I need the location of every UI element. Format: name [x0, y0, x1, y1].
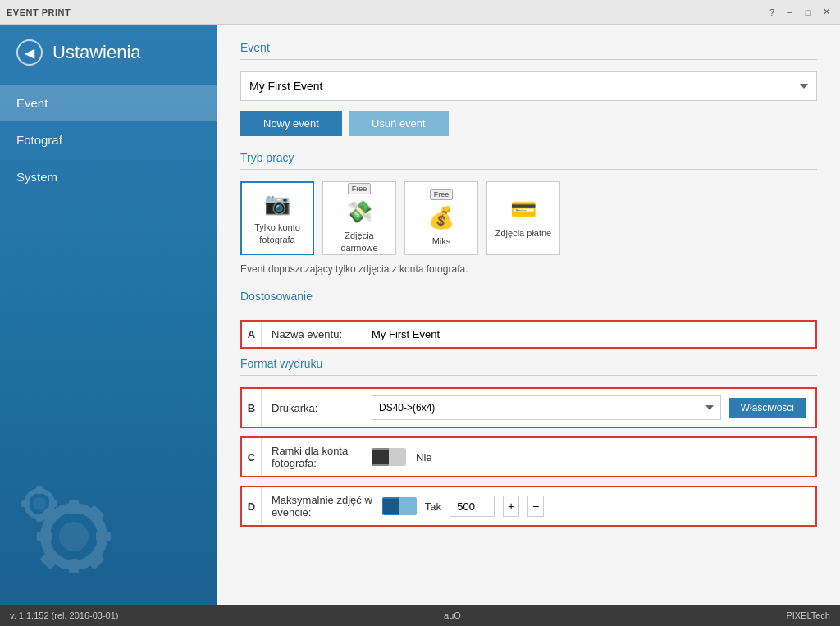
max-photos-toggle[interactable]	[382, 497, 417, 515]
ramki-status: Nie	[416, 451, 432, 464]
svg-rect-4	[37, 532, 52, 541]
gear-decoration	[16, 479, 115, 580]
sidebar-item-system[interactable]: System	[0, 158, 217, 195]
decrement-button[interactable]: −	[527, 496, 544, 517]
content-area: Event My First Event Nowy event Usuń eve…	[217, 25, 840, 605]
svg-rect-2	[69, 500, 79, 514]
tryb-platne[interactable]: 💳 Zdjęcia płatne	[486, 181, 560, 255]
event-dropdown[interactable]: My First Event	[240, 71, 817, 101]
back-button[interactable]: ◀	[16, 39, 43, 66]
svg-rect-5	[96, 532, 111, 541]
tryb-darmowe-label: Zdjęciadarmowe	[340, 230, 377, 254]
tryb-section: Tryb pracy 📷 Tylko kontofotografa Free 💸…	[240, 151, 817, 275]
minimize-button[interactable]: −	[783, 5, 797, 20]
event-section: Event My First Event Nowy event Usuń eve…	[240, 41, 817, 136]
row-c-content: Ramki dla kontafotografa: Nie	[262, 438, 815, 476]
svg-rect-3	[69, 559, 79, 573]
row-d: D Maksymalnie zdjęć wevencie: Tak + −	[240, 486, 817, 527]
nazwa-eventu-input[interactable]	[372, 328, 806, 340]
row-a: A Nazwa eventu:	[240, 320, 817, 349]
tryb-label: Tryb pracy	[240, 151, 817, 164]
max-photos-status: Tak	[425, 500, 441, 513]
drukarka-label: Drukarka:	[272, 402, 362, 414]
titlebar: EVENT PRINT ? − □ ✕	[0, 0, 840, 25]
event-buttons: Nowy event Usuń event	[240, 111, 817, 136]
ramki-toggle[interactable]	[372, 448, 406, 466]
tryb-platne-label: Zdjęcia płatne	[495, 227, 552, 239]
tryb-description: Event dopuszczający tylko zdjęcia z kont…	[240, 263, 817, 275]
event-divider	[240, 59, 817, 60]
row-d-content: Maksymalnie zdjęć wevencie: Tak + −	[262, 487, 815, 525]
format-section: Format wydruku B Drukarka: DS40->(6x4) W…	[240, 357, 817, 527]
event-section-label: Event	[240, 41, 817, 54]
center-label: auO	[444, 610, 461, 620]
tryb-tylko-konto[interactable]: 📷 Tylko kontofotografa	[240, 181, 314, 255]
tryb-grid: 📷 Tylko kontofotografa Free 💸 Zdjęciadar…	[240, 181, 817, 255]
dostosowanie-divider	[240, 308, 817, 308]
row-c: C Ramki dla kontafotografa: Nie	[240, 436, 817, 477]
sidebar-nav: Event Fotograf System	[0, 85, 217, 195]
sidebar-title: Ustawienia	[52, 42, 141, 63]
dostosowanie-section: Dostosowanie A Nazwa eventu:	[240, 290, 817, 349]
brand-label: PIXELTech	[786, 610, 830, 620]
sidebar: ◀ Ustawienia Event Fotograf System	[0, 25, 217, 605]
window-controls: ? − □ ✕	[765, 5, 833, 20]
tryb-divider	[240, 169, 817, 170]
toggle-knob-c	[372, 450, 389, 464]
main-layout: ◀ Ustawienia Event Fotograf System	[0, 25, 840, 605]
back-icon: ◀	[25, 45, 34, 61]
row-a-content: Nazwa eventu:	[262, 322, 815, 347]
row-d-letter: D	[242, 487, 262, 525]
row-c-letter: C	[242, 438, 262, 476]
svg-point-11	[33, 497, 46, 510]
statusbar: v. 1.1.152 (rel. 2016-03-01) auO PIXELTe…	[0, 605, 840, 626]
sidebar-item-system-label: System	[16, 170, 57, 184]
row-b: B Drukarka: DS40->(6x4) Właściwości	[240, 387, 817, 428]
help-button[interactable]: ?	[765, 5, 779, 20]
svg-point-1	[59, 522, 89, 551]
svg-rect-12	[36, 486, 43, 494]
printer-row: DS40->(6x4) Właściwości	[372, 395, 806, 420]
sidebar-item-event-label: Event	[16, 96, 48, 110]
max-photos-input[interactable]	[450, 496, 495, 517]
max-photos-label: Maksymalnie zdjęć wevencie:	[272, 494, 372, 519]
free-badge-1: Free	[348, 183, 372, 194]
tryb-miks[interactable]: Free 💰 Miks	[404, 181, 478, 255]
nazwa-eventu-label: Nazwa eventu:	[272, 328, 362, 340]
wlasciwosci-button[interactable]: Właściwości	[729, 398, 806, 418]
tryb-miks-label: Miks	[432, 235, 451, 247]
event-dropdown-row: My First Event	[240, 71, 817, 101]
miks-icon: 💰	[428, 205, 454, 231]
row-b-letter: B	[242, 389, 262, 427]
app-title: EVENT PRINT	[7, 7, 71, 17]
svg-rect-14	[21, 500, 30, 507]
nowy-event-button[interactable]: Nowy event	[240, 111, 342, 136]
ramki-label: Ramki dla kontafotografa:	[272, 445, 362, 469]
increment-button[interactable]: +	[503, 496, 519, 517]
sidebar-header: ◀ Ustawienia	[0, 25, 217, 80]
restore-button[interactable]: □	[801, 5, 815, 20]
close-button[interactable]: ✕	[819, 5, 833, 20]
sidebar-item-event[interactable]: Event	[0, 85, 217, 121]
row-b-content: Drukarka: DS40->(6x4) Właściwości	[262, 389, 815, 427]
version-label: v. 1.1.152 (rel. 2016-03-01)	[10, 610, 118, 620]
free-photo-icon: 💸	[346, 199, 372, 225]
tryb-zdjecia-darmowe[interactable]: Free 💸 Zdjęciadarmowe	[322, 181, 396, 255]
format-divider	[240, 375, 817, 376]
platne-icon: 💳	[510, 197, 536, 222]
camera-icon: 📷	[264, 191, 290, 217]
row-a-letter: A	[242, 322, 262, 347]
svg-rect-13	[36, 514, 43, 522]
sidebar-item-fotograf[interactable]: Fotograf	[0, 121, 217, 158]
tryb-tylko-label: Tylko kontofotografa	[254, 222, 300, 245]
format-label: Format wydruku	[240, 357, 817, 370]
svg-rect-15	[49, 500, 57, 507]
free-badge-2: Free	[430, 189, 454, 200]
printer-select[interactable]: DS40->(6x4)	[372, 395, 721, 420]
max-photos-row: Tak + −	[382, 496, 544, 517]
usun-event-button[interactable]: Usuń event	[349, 111, 449, 136]
toggle-knob-d	[383, 499, 399, 514]
dostosowanie-label: Dostosowanie	[240, 290, 817, 303]
sidebar-item-fotograf-label: Fotograf	[16, 133, 62, 147]
